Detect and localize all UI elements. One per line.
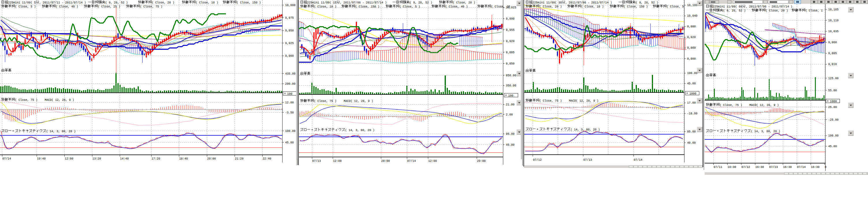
svg-text:435.00: 435.00	[285, 72, 296, 75]
svg-text:9,920: 9,920	[506, 40, 515, 43]
svg-text:07/14: 07/14	[407, 160, 416, 163]
svg-text:10:40: 10:40	[37, 157, 45, 160]
svg-text:( 14, 3, 80, 20 ): ( 14, 3, 80, 20 )	[46, 130, 75, 133]
svg-text:, 2011/07/06 - 2011/07/14 ): , 2011/07/06 - 2011/07/14 )	[340, 1, 387, 4]
svg-text:9,960: 9,960	[828, 41, 837, 44]
svg-text:17.00: 17.00	[687, 102, 696, 105]
svg-text:-3.50: -3.50	[285, 111, 294, 114]
svg-text:( Close, 25: ( Close, 25	[491, 5, 510, 8]
svg-text:07/13: 07/13	[584, 158, 592, 162]
svg-text:( Close, 40 ): ( Close, 40 )	[56, 5, 78, 8]
svg-text:( Close, 5: ( Close, 5	[666, 5, 684, 8]
svg-text:22:40: 22:40	[262, 157, 271, 160]
svg-text:16:30: 16:30	[811, 166, 819, 169]
svg-text:07/12: 07/12	[741, 166, 750, 169]
svg-text:( Close, 5 ): ( Close, 5 )	[15, 5, 36, 8]
svg-text:55.00: 55.00	[828, 89, 837, 92]
svg-text:9,950: 9,950	[285, 29, 294, 32]
svg-text:9,885: 9,885	[828, 52, 837, 55]
svg-text:( Close, 10 ): ( Close, 10 )	[581, 5, 604, 8]
svg-text:20:00: 20:00	[477, 160, 486, 163]
svg-text:MACD( 12, 26, 9 ): MACD( 12, 26, 9 )	[749, 104, 779, 107]
svg-text:( Close, 75 ): ( Close, 75 )	[15, 98, 37, 102]
svg-text:07/14: 07/14	[797, 166, 806, 169]
svg-text:( Close, 10 ): ( Close, 10 )	[314, 5, 337, 8]
svg-text:12.00: 12.00	[285, 101, 294, 104]
svg-text:( Close, 150 ): ( Close, 150 )	[624, 5, 648, 8]
svg-text:45.00: 45.00	[828, 145, 837, 148]
svg-text:16:30: 16:30	[783, 166, 792, 169]
svg-text:( 9, 26, 52 ): ( 9, 26, 52 )	[105, 1, 128, 4]
svg-text:( 14, 3, 80, 20 ): ( 14, 3, 80, 20 )	[570, 128, 600, 131]
svg-text:( Close, 10 ): ( Close, 10 )	[196, 1, 218, 4]
svg-text:200.00: 200.00	[285, 82, 296, 85]
svg-text:9,975: 9,975	[285, 16, 294, 19]
svg-text:10,000: 10,000	[285, 4, 296, 7]
svg-text:20:00: 20:00	[207, 157, 216, 160]
svg-text:40.00: 40.00	[687, 142, 696, 145]
svg-text:0: 0	[825, 166, 827, 169]
svg-text:9,980: 9,980	[687, 25, 696, 28]
svg-text:( 14, 3, 80, 20 ): ( 14, 3, 80, 20 )	[751, 130, 780, 133]
svg-text:45.00: 45.00	[687, 82, 696, 85]
svg-text:( Close, 25 ): ( Close, 25 )	[98, 5, 120, 8]
svg-text:225mini 11/09( 5: 225mini 11/09( 5	[8, 1, 36, 4]
svg-text:9,920: 9,920	[687, 36, 696, 39]
svg-text:1000: 1000	[689, 92, 696, 95]
svg-text:, 2011/07/11 - 2011/07/14 ): , 2011/07/11 - 2011/07/14 )	[39, 1, 86, 4]
svg-text:100.00: 100.00	[828, 134, 839, 137]
svg-text:18:40: 18:40	[179, 157, 188, 160]
svg-text:( 9, 26, 52 ): ( 9, 26, 52 )	[410, 1, 432, 4]
svg-text:07/13: 07/13	[769, 166, 778, 169]
svg-text:10,035: 10,035	[828, 30, 839, 33]
svg-text:9,955: 9,955	[506, 29, 515, 32]
svg-text:95.00: 95.00	[506, 132, 515, 136]
svg-text:( Close, 5 ): ( Close, 5 )	[399, 5, 420, 8]
svg-text:45.00: 45.00	[506, 144, 515, 147]
svg-text:12:00: 12:00	[65, 157, 73, 160]
svg-text:07/12: 07/12	[533, 158, 541, 162]
svg-text:10,185: 10,185	[828, 8, 839, 11]
svg-text:9,810: 9,810	[828, 63, 837, 66]
svg-text:9,885: 9,885	[506, 51, 515, 54]
svg-text:, 2011/07/06 - 2011/07/14 ): , 2011/07/06 - 2011/07/14 )	[565, 1, 612, 4]
svg-text:2.00: 2.00	[506, 113, 513, 116]
svg-text:9,800: 9,800	[687, 57, 696, 61]
svg-text:21:20: 21:20	[235, 157, 244, 160]
svg-text:9,900: 9,900	[285, 54, 294, 57]
svg-text:9,925: 9,925	[285, 42, 294, 45]
svg-text:( Close, 75 ): ( Close, 75 )	[539, 100, 562, 103]
svg-text:10,100: 10,100	[687, 4, 698, 7]
svg-text:9,850: 9,850	[506, 62, 515, 65]
svg-text:( Close, 75 ): ( Close, 75 )	[140, 5, 162, 8]
svg-text:MACD( 12, 26, 9 ): MACD( 12, 26, 9 )	[569, 100, 598, 103]
svg-text:( Close, 40 ): ( Close, 40 )	[445, 5, 468, 8]
svg-text:-18.00: -18.00	[687, 112, 698, 115]
svg-text:( Close, 75 ): ( Close, 75 )	[720, 104, 742, 107]
svg-text:95.00: 95.00	[687, 130, 696, 133]
svg-text:13:20: 13:20	[92, 157, 101, 160]
svg-text:MACD( 12, 26, 9 ): MACD( 12, 26, 9 )	[45, 98, 74, 102]
svg-text:16:30: 16:30	[755, 166, 764, 169]
svg-text:100: 100	[508, 94, 514, 97]
svg-text:, 2011/07/06 - 2011/07/14 ): , 2011/07/06 - 2011/07/14 )	[746, 5, 793, 8]
svg-text:07/11: 07/11	[714, 166, 722, 169]
svg-text:21.00: 21.00	[506, 103, 515, 106]
svg-text:( Close, 20 ): ( Close, 20 )	[539, 5, 562, 8]
svg-text:20:00: 20:00	[381, 160, 390, 163]
svg-text:850.00: 850.00	[506, 74, 516, 77]
svg-text:225mini 11/09( 15: 225mini 11/09( 15	[307, 1, 337, 4]
svg-text:100: 100	[287, 92, 292, 95]
svg-text:10,110: 10,110	[828, 19, 839, 22]
svg-text:45.00: 45.00	[285, 141, 294, 144]
svg-text:( Close, 1: ( Close, 1	[805, 9, 823, 12]
svg-text:07/14: 07/14	[2, 157, 11, 160]
svg-text:12:00: 12:00	[333, 160, 342, 163]
svg-text:100.00: 100.00	[285, 130, 296, 133]
svg-text:12:00: 12:00	[428, 160, 437, 163]
svg-text:9,860: 9,860	[687, 46, 696, 49]
svg-text:07/14: 07/14	[634, 158, 642, 162]
svg-text:-25.00: -25.00	[828, 118, 839, 122]
svg-text:( 9, 26, 52 ): ( 9, 26, 52 )	[723, 9, 746, 12]
svg-text:125.00: 125.00	[828, 77, 839, 80]
